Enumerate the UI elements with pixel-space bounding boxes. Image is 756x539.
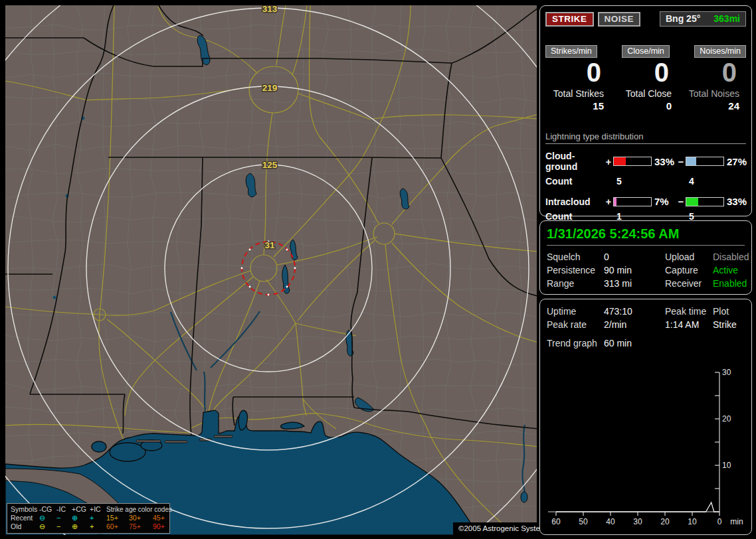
svg-text:10: 10 [722, 461, 731, 470]
datetime-readout: 1/31/2026 5:24:56 AM [547, 226, 745, 246]
ring-label-219: 219 [262, 83, 278, 93]
svg-text:30: 30 [722, 368, 731, 377]
cg-positive-bar [613, 157, 652, 166]
cloud-ground-count-row: Count 5 4 [545, 176, 746, 187]
capture-status: Active [713, 264, 745, 277]
upload-label: Upload [665, 250, 713, 264]
pos-cg-recent-icon: ⊕ [72, 514, 90, 522]
total-noises-value: 24 [681, 100, 746, 112]
cg-negative-pct: 27% [723, 156, 747, 167]
svg-text:20: 20 [660, 517, 670, 526]
trend-graph-label: Trend graph [547, 338, 604, 348]
legend-col-pos-ic: +IC [90, 505, 106, 514]
strike-toggle-button[interactable]: STRIKE [545, 12, 594, 27]
uptime-label: Uptime [547, 305, 604, 318]
uptime-value: 473:10 [604, 305, 665, 318]
legend-symbols-header: Symbols [11, 505, 39, 514]
neg-ic-old-icon: − [56, 522, 72, 531]
pos-ic-old-icon: + [90, 522, 106, 531]
intracloud-row: Intracloud + 7% − 33% [545, 196, 746, 207]
trend-graph-row: Trend graph 60 min [547, 338, 745, 348]
stats-row: Peak rate 2/min 1:14 AM Strike [547, 318, 745, 331]
svg-text:60: 60 [551, 517, 561, 526]
total-noises-label: Total Noises [681, 88, 746, 99]
ring-label-125: 125 [262, 160, 278, 170]
pos-ic-recent-icon: + [90, 514, 106, 522]
legend-col-neg-cg: -CG [39, 505, 56, 514]
noise-toggle-button[interactable]: NOISE [598, 12, 641, 27]
svg-text:10: 10 [688, 517, 697, 526]
distribution-title: Lightning type distribution [545, 131, 746, 144]
svg-text:min: min [730, 517, 743, 526]
legend-age-header: Strike age color codes [106, 505, 170, 514]
neg-cg-old-icon: ⊖ [39, 522, 56, 531]
ic-negative-pct: 33% [723, 196, 747, 207]
svg-text:50: 50 [579, 517, 588, 526]
cg-positive-pct: 33% [651, 156, 676, 167]
bearing-range-value: 363mi [713, 13, 740, 24]
squelch-value: 0 [604, 250, 665, 264]
persistence-label: Persistence [547, 264, 604, 277]
receiver-label: Receiver [665, 277, 713, 290]
bearing-value: Bng 25° [666, 13, 700, 24]
legend-row-label: Recent [11, 514, 39, 522]
bearing-readout: Bng 25° 363mi [660, 11, 746, 27]
ring-label-31: 31 [264, 240, 275, 250]
ring-label-313: 313 [262, 5, 278, 14]
lightning-map[interactable]: 313 219 125 31 [5, 5, 537, 535]
cg-negative-count: 4 [686, 176, 723, 187]
neg-cg-recent-icon: ⊖ [39, 514, 56, 522]
svg-text:30: 30 [633, 517, 642, 526]
total-strikes-label: Total Strikes [545, 88, 611, 99]
noises-per-min-button[interactable]: Noises/min [694, 45, 746, 58]
close-per-min-button[interactable]: Close/min [622, 45, 670, 58]
age-45: 45+ [153, 514, 170, 522]
age-15: 15+ [106, 514, 129, 522]
map-legend: Symbols -CG -IC +CG +IC Strike age color… [7, 503, 170, 534]
svg-text:0: 0 [717, 517, 722, 526]
range-value: 313 mi [604, 277, 665, 290]
noises-column: Noises/min 0 Total Noises 24 [681, 45, 746, 112]
peak-rate-value: 2/min [604, 318, 665, 331]
range-label: Range [547, 277, 604, 290]
intracloud-label: Intracloud [545, 196, 604, 207]
map-container: 313 219 125 31 Symbols -CG -IC +CG +IC S… [5, 5, 537, 535]
persistence-value: 90 min [604, 264, 665, 277]
trend-chart: 6050403020100min102030 [541, 364, 749, 532]
strikes-per-min-value: 0 [545, 58, 611, 87]
cloud-ground-label: Cloud-ground [545, 151, 604, 172]
age-90: 90+ [153, 522, 170, 531]
plot-label: Plot [713, 305, 745, 318]
trend-graph-span: 60 min [604, 338, 745, 348]
strikes-per-min-button[interactable]: Strikes/min [545, 45, 597, 58]
ic-positive-pct: 7% [651, 196, 676, 207]
close-column: Close/min 0 Total Close 0 [613, 45, 678, 112]
status-panel: 1/31/2026 5:24:56 AM Squelch 0 Upload Di… [539, 220, 752, 295]
total-close-value: 0 [613, 100, 678, 112]
cg-negative-bar [686, 157, 724, 166]
legend-col-pos-cg: +CG [72, 505, 90, 514]
total-close-label: Total Close [613, 88, 678, 99]
upload-status: Disabled [713, 250, 749, 264]
minus-sign: − [676, 156, 686, 167]
capture-label: Capture [665, 264, 713, 277]
plus-sign: + [604, 196, 613, 207]
ic-negative-bar [686, 197, 724, 206]
age-30: 30+ [129, 514, 153, 522]
plus-sign: + [604, 156, 613, 167]
trend-panel: Uptime 473:10 Peak time Plot Peak rate 2… [539, 299, 752, 535]
strikes-column: Strikes/min 0 Total Strikes 15 [545, 45, 611, 112]
counters-panel: STRIKE NOISE Bng 25° 363mi Strikes/min 0… [539, 5, 752, 216]
pos-cg-old-icon: ⊕ [72, 522, 90, 531]
peak-time-value: 1:14 AM [665, 318, 713, 331]
ic-positive-bar [613, 197, 652, 206]
cloud-ground-row: Cloud-ground + 33% − 27% [545, 151, 746, 172]
cg-positive-count: 5 [613, 176, 651, 187]
age-75: 75+ [129, 522, 153, 531]
receiver-status: Enabled [713, 277, 747, 290]
peak-time-label: Peak time [665, 305, 713, 318]
noises-per-min-value: 0 [681, 58, 746, 87]
status-row: Persistence 90 min Capture Active [547, 264, 745, 277]
neg-ic-recent-icon: − [56, 514, 72, 522]
svg-text:20: 20 [722, 414, 731, 424]
